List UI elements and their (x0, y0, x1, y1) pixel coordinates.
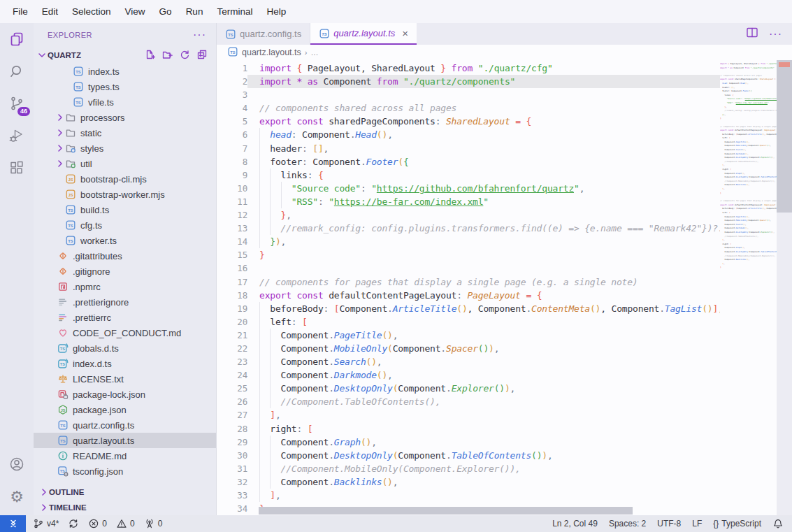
ts-icon: TS (73, 96, 84, 108)
chevron-right-icon (55, 143, 66, 154)
new-folder-button[interactable] (161, 49, 173, 62)
activity-explorer[interactable] (0, 23, 34, 55)
file-row-.npmrc[interactable]: .npmrc (34, 279, 216, 294)
status-eol[interactable]: LF (692, 519, 702, 529)
file-row-quartz.config.ts[interactable]: TSquartz.config.ts (34, 417, 216, 433)
chevron-right-icon (55, 143, 65, 154)
folder-row-util[interactable]: util (34, 156, 216, 171)
svg-text:JS: JS (68, 193, 73, 197)
activity-extensions[interactable] (0, 152, 34, 184)
file-row-worker.ts[interactable]: TSworker.ts (34, 233, 216, 248)
menu-file[interactable]: File (6, 6, 35, 17)
split-editor-button[interactable] (745, 26, 759, 42)
close-icon[interactable]: × (402, 27, 408, 39)
status-label: 0 (130, 519, 135, 529)
status-language-mode[interactable]: {}TypeScript (713, 519, 761, 529)
status-ports[interactable]: 0 (144, 518, 163, 529)
status-errors[interactable]: 0 (88, 518, 107, 529)
file-row-index.ts[interactable]: TSindex.ts (34, 64, 216, 79)
file-row-package.json[interactable]: JSpackage.json (34, 402, 216, 417)
dts-icon: TS (57, 358, 69, 369)
file-row-quartz.layout.ts[interactable]: TSquartz.layout.ts (34, 433, 216, 448)
menu-help[interactable]: Help (259, 6, 293, 17)
new-file-button[interactable] (144, 49, 155, 62)
folder-row-processors[interactable]: processors (34, 110, 216, 125)
section-header-quartz[interactable]: QUARTZ (34, 47, 216, 64)
tab-quartz.config.ts[interactable]: TSquartz.config.ts (217, 23, 310, 45)
folder-row-styles[interactable]: styles (34, 141, 216, 156)
editor-more-actions-button[interactable]: ··· (769, 28, 782, 41)
section-actions (144, 49, 208, 62)
activity-source-control[interactable]: 46 (0, 87, 34, 120)
minimap[interactable]: import { PageLayout, SharedLayout } from… (720, 60, 777, 515)
tab-label: quartz.layout.ts (333, 28, 395, 38)
svg-text:TS: TS (75, 70, 81, 74)
line-number: 27 (217, 408, 247, 422)
status-cursor-position[interactable]: Ln 2, Col 49 (552, 519, 598, 529)
section-header-timeline[interactable]: TIMELINE (34, 500, 216, 515)
menu-terminal[interactable]: Terminal (210, 6, 259, 17)
tab-quartz.layout.ts[interactable]: TSquartz.layout.ts× (310, 23, 417, 45)
status-git-branch[interactable]: v4* (33, 518, 59, 529)
section-header-outline[interactable]: OUTLINE (34, 484, 216, 500)
menu-run[interactable]: Run (179, 6, 210, 17)
code-editor[interactable]: 1import { PageLayout, SharedLayout } fro… (217, 60, 792, 515)
collapse-all-button[interactable] (196, 49, 208, 62)
line-number: 15 (217, 248, 247, 261)
scrollbar-slider[interactable] (777, 60, 792, 213)
line-number: 30 (217, 449, 247, 462)
ts-file-icon: TS (225, 29, 236, 39)
activity-accounts[interactable] (0, 448, 34, 480)
npm-icon (57, 281, 69, 292)
file-row-bootstrap-worker.mjs[interactable]: JSbootstrap-worker.mjs (34, 187, 216, 202)
file-row-globals.d.ts[interactable]: TSglobals.d.ts (34, 340, 216, 356)
file-row-vfile.ts[interactable]: TSvfile.ts (34, 94, 216, 110)
menu-go[interactable]: Go (152, 6, 179, 17)
refresh-button[interactable] (179, 49, 190, 62)
status-warnings[interactable]: 0 (116, 518, 135, 529)
horizontal-scrollbar[interactable] (259, 507, 633, 515)
vertical-scrollbar[interactable] (777, 60, 792, 515)
file-label: package.json (73, 405, 127, 415)
prettier-icon (57, 312, 69, 323)
file-row-.gitignore[interactable]: .gitignore (34, 264, 216, 279)
line-number: 3 (217, 88, 247, 101)
account-icon (8, 456, 25, 473)
file-row-CODE_OF_CONDUCT.md[interactable]: CODE_OF_CONDUCT.md (34, 325, 216, 340)
activity-settings[interactable]: ⚙ (0, 480, 34, 512)
file-row-types.ts[interactable]: TStypes.ts (34, 79, 216, 94)
status-notifications[interactable] (772, 518, 784, 529)
remote-indicator[interactable] (0, 515, 26, 532)
file-row-tsconfig.json[interactable]: TStsconfig.json (34, 463, 216, 479)
code-line-2: 2import * as Component from "./quartz/co… (217, 75, 720, 88)
file-row-.gitattributes[interactable]: .gitattributes (34, 248, 216, 264)
activity-search[interactable] (0, 55, 34, 87)
refresh-icon (179, 49, 190, 60)
status-sync[interactable] (68, 518, 79, 529)
file-row-index.d.ts[interactable]: TSindex.d.ts (34, 356, 216, 371)
activity-run-and-debug[interactable] (0, 120, 34, 152)
file-row-LICENSE.txt[interactable]: LICENSE.txt (34, 371, 216, 387)
warning-icon (116, 518, 127, 529)
status-indentation[interactable]: Spaces: 2 (609, 519, 646, 529)
sidebar-more-actions-button[interactable]: ··· (193, 32, 206, 38)
code-line-12: 12 }, (217, 208, 720, 222)
breadcrumb[interactable]: TS quartz.layout.ts › … (217, 45, 792, 60)
file-row-bootstrap-cli.mjs[interactable]: JSbootstrap-cli.mjs (34, 171, 216, 187)
file-row-.prettierrc[interactable]: .prettierrc (34, 310, 216, 325)
line-number: 20 (217, 315, 247, 329)
svg-text:TS: TS (60, 439, 66, 443)
line-number: 14 (217, 235, 247, 248)
menu-edit[interactable]: Edit (35, 6, 65, 17)
menu-selection[interactable]: Selection (65, 6, 118, 17)
file-row-README.md[interactable]: README.md (34, 448, 216, 463)
file-row-.prettierignore[interactable]: .prettierignore (34, 294, 216, 310)
folder-row-static[interactable]: static (34, 125, 216, 141)
file-row-package-lock.json[interactable]: package-lock.json (34, 387, 216, 402)
file-label: bootstrap-worker.mjs (80, 189, 165, 200)
file-row-build.ts[interactable]: TSbuild.ts (34, 202, 216, 217)
status-label: TypeScript (721, 519, 761, 529)
menu-view[interactable]: View (118, 6, 152, 17)
status-encoding[interactable]: UTF-8 (657, 519, 681, 529)
file-row-cfg.ts[interactable]: TScfg.ts (34, 217, 216, 233)
